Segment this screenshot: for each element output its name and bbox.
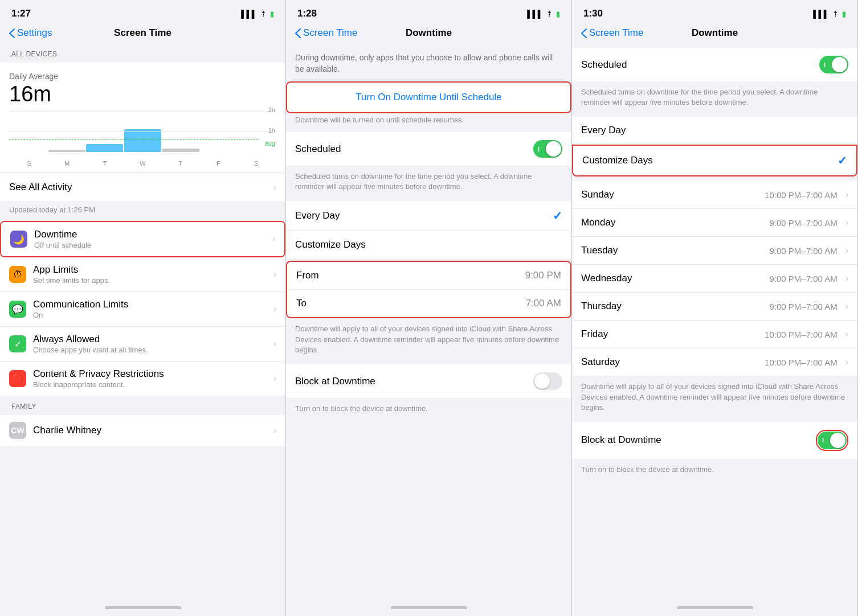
downtime-subtitle: Off until schedule [34, 241, 268, 249]
downtime-chevron: › [272, 234, 275, 244]
friday-row[interactable]: Friday 10:00 PM–7:00 AM › [572, 321, 857, 348]
see-all-chevron: › [273, 182, 276, 192]
p3-block-downtime-sub: Turn on to block the device at downtime. [572, 461, 857, 482]
panel-downtime-customize: 1:30 ▌▌▌ ⇡ ▮ Screen Time Downtime Schedu… [572, 0, 858, 616]
comm-limits-item[interactable]: 💬 Communication Limits On › [0, 292, 285, 327]
turn-on-downtime-wrapper: Turn On Downtime Until Schedule [286, 81, 571, 113]
home-indicator-2 [391, 606, 467, 609]
every-day-row[interactable]: Every Day ✓ [286, 201, 571, 231]
turn-on-downtime-btn[interactable]: Turn On Downtime Until Schedule [287, 83, 570, 112]
wednesday-time-wrapper: 9:00 PM–7:00 AM › [769, 273, 848, 284]
saturday-chevron: › [845, 357, 848, 367]
wifi-icon: ⇡ [260, 10, 267, 18]
scheduled-row[interactable]: Scheduled I [286, 132, 571, 166]
wednesday-chevron: › [845, 273, 848, 284]
from-to-desc: Downtime will apply to all of your devic… [286, 321, 571, 362]
comm-limits-title: Communication Limits [33, 299, 269, 310]
always-allowed-content: Always Allowed Choose apps you want at a… [33, 334, 269, 354]
p3-from-to-desc: Downtime will apply to all of your devic… [572, 378, 857, 420]
block-downtime-row[interactable]: Block at Downtime [286, 364, 571, 398]
always-allowed-icon: ✓ [9, 335, 26, 352]
comm-limits-chevron: › [273, 304, 276, 314]
p3-block-downtime-label: Block at Downtime [581, 434, 661, 446]
always-allowed-item[interactable]: ✓ Always Allowed Choose apps you want at… [0, 327, 285, 362]
family-group: CW Charlie Whitney › [0, 415, 285, 446]
day-f: F [199, 160, 237, 167]
always-allowed-title: Always Allowed [33, 334, 269, 345]
time-3: 1:30 [583, 8, 603, 19]
to-row[interactable]: To 7:00 AM [287, 290, 570, 317]
back-button-1[interactable]: Settings [9, 27, 52, 39]
status-icons-3: ▌▌▌ ⇡ ▮ [813, 10, 846, 18]
back-button-3[interactable]: Screen Time [581, 27, 643, 39]
thursday-time-wrapper: 9:00 PM–7:00 AM › [769, 301, 848, 311]
wednesday-time: 9:00 PM–7:00 AM [769, 274, 837, 284]
panel3-content: Scheduled I Scheduled turns on downtime … [572, 46, 857, 602]
nav-bar-3: Screen Time Downtime [572, 23, 857, 46]
signal-icon-3: ▌▌▌ [813, 10, 829, 18]
saturday-row[interactable]: Saturday 10:00 PM–7:00 AM › [572, 348, 857, 376]
monday-row[interactable]: Monday 9:00 PM–7:00 AM › [572, 209, 857, 237]
always-allowed-subtitle: Choose apps you want at all times. [33, 346, 269, 354]
tuesday-label: Tuesday [581, 245, 618, 256]
thursday-chevron: › [845, 301, 848, 311]
saturday-label: Saturday [581, 356, 620, 368]
p3-customize-days-row[interactable]: Customize Days ✓ [572, 145, 857, 176]
battery-icon-2: ▮ [556, 10, 560, 18]
content-privacy-content: Content & Privacy Restrictions Block ina… [33, 368, 269, 389]
menu-items-group: 🌙 Downtime Off until schedule › ⏱ App Li… [0, 221, 285, 396]
block-downtime-group: Block at Downtime [286, 364, 571, 398]
downtime-menu-item[interactable]: 🌙 Downtime Off until schedule › [1, 222, 284, 256]
p3-scheduled-group: Scheduled I [572, 48, 857, 81]
block-downtime-toggle[interactable] [533, 372, 562, 390]
scheduled-toggle[interactable]: I [533, 140, 562, 158]
wifi-icon-2: ⇡ [546, 10, 553, 18]
downtime-title: Downtime [34, 229, 268, 240]
sunday-chevron: › [845, 190, 848, 200]
content-privacy-chevron: › [273, 373, 276, 384]
battery-icon: ▮ [270, 10, 274, 18]
monday-time-wrapper: 9:00 PM–7:00 AM › [769, 217, 848, 228]
p3-block-downtime-row[interactable]: Block at Downtime I [572, 422, 857, 459]
downtime-icon: 🌙 [10, 231, 27, 248]
content-privacy-item[interactable]: 🚫 Content & Privacy Restrictions Block i… [0, 362, 285, 396]
chart-label-1h: 1h [268, 127, 275, 132]
p3-scheduled-toggle[interactable]: I [819, 56, 848, 73]
app-limits-item[interactable]: ⏱ App Limits Set time limits for apps. › [0, 257, 285, 292]
sunday-row[interactable]: Sunday 10:00 PM–7:00 AM › [572, 181, 857, 209]
sunday-time-wrapper: 10:00 PM–7:00 AM › [765, 190, 848, 200]
family-member-name: Charlie Whitney [33, 425, 269, 436]
comm-limits-subtitle: On [33, 311, 269, 319]
back-button-2[interactable]: Screen Time [295, 27, 357, 39]
nav-title-2: Downtime [406, 27, 452, 39]
sunday-label: Sunday [581, 189, 614, 200]
p3-scheduled-row[interactable]: Scheduled I [572, 48, 857, 81]
day-t2: T [162, 160, 199, 167]
p3-toggle-on-label: I [824, 61, 826, 68]
see-all-activity[interactable]: See All Activity › [0, 174, 285, 201]
from-row[interactable]: From 9:00 PM [287, 262, 570, 290]
p3-block-toggle-knob [830, 433, 845, 448]
block-downtime-sub: Turn on to block the device at downtime. [286, 400, 571, 421]
thursday-row[interactable]: Thursday 9:00 PM–7:00 AM › [572, 293, 857, 321]
signal-icon: ▌▌▌ [241, 10, 257, 18]
time-2: 1:28 [297, 8, 317, 19]
panel2-content: During downtime, only apps that you choo… [286, 46, 571, 602]
saturday-time-wrapper: 10:00 PM–7:00 AM › [765, 357, 848, 367]
p3-customize-days-check: ✓ [837, 154, 847, 167]
nav-title-1: Screen Time [114, 27, 171, 39]
family-member-item[interactable]: CW Charlie Whitney › [0, 415, 285, 446]
day-s2: S [238, 160, 275, 167]
block-toggle-knob [534, 373, 550, 389]
wednesday-row[interactable]: Wednesday 9:00 PM–7:00 AM › [572, 265, 857, 293]
usage-chart: 2h 1h [9, 111, 276, 157]
avg-line: avg [9, 139, 258, 147]
from-label: From [296, 270, 319, 281]
p3-every-day-row[interactable]: Every Day [572, 117, 857, 145]
comm-limits-content: Communication Limits On [33, 299, 269, 319]
downtime-description: During downtime, only apps that you choo… [286, 46, 571, 79]
customize-days-row[interactable]: Customize Days [286, 231, 571, 258]
tuesday-row[interactable]: Tuesday 9:00 PM–7:00 AM › [572, 237, 857, 265]
p3-toggle-knob [832, 57, 847, 72]
p3-block-downtime-toggle[interactable]: I [818, 432, 847, 449]
